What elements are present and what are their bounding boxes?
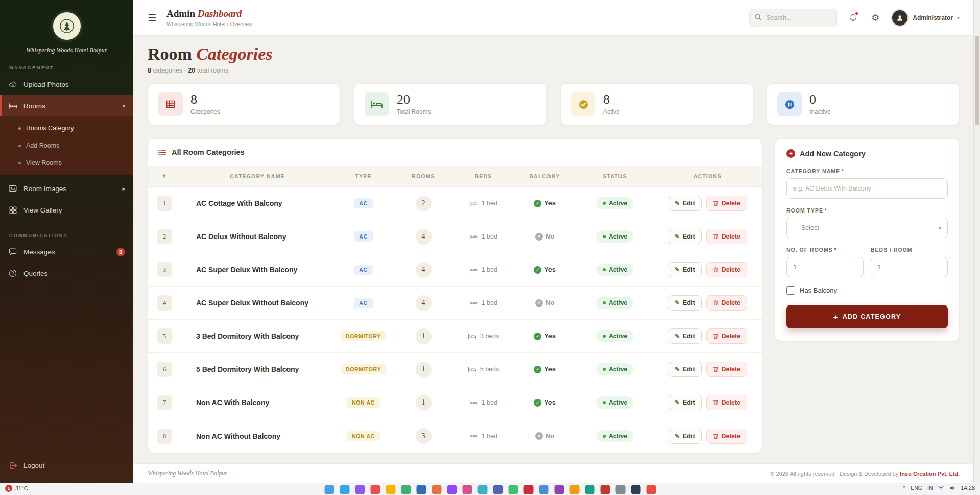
category-name-input[interactable] <box>786 178 948 199</box>
taskbar-app-icon[interactable] <box>569 485 579 494</box>
type-badge: DORMITORY <box>341 331 386 341</box>
edit-button[interactable]: ✎ Edit <box>668 362 702 377</box>
edit-button[interactable]: ✎ Edit <box>668 262 702 277</box>
sidebar-subitem-view-rooms[interactable]: View Rooms <box>0 154 133 172</box>
search-input[interactable] <box>749 9 837 27</box>
status-badge: Active <box>596 230 633 243</box>
taskbar-app-icon[interactable] <box>447 485 457 494</box>
taskbar-app-icon[interactable] <box>615 485 625 494</box>
edit-label: Edit <box>683 200 695 207</box>
topbar: ☰ Admin Dashboard Whispering Woods Hotel… <box>133 0 980 36</box>
edit-button[interactable]: ✎ Edit <box>668 395 702 410</box>
taskbar-app-icon[interactable] <box>631 485 640 494</box>
wifi-icon[interactable] <box>938 485 944 490</box>
taskbar-app-icon[interactable] <box>477 485 487 494</box>
chevron-right-icon: ▸ <box>122 185 125 192</box>
sidebar-subitem-add-rooms[interactable]: Add Rooms <box>0 137 133 154</box>
pencil-icon: ✎ <box>675 266 680 273</box>
edit-label: Edit <box>683 333 695 340</box>
hotel-name: Whispering Woods Hotel Bolpur <box>26 47 107 53</box>
language-indicator[interactable]: ENG <box>911 485 922 491</box>
topbar-right: ⚙ Administrator ▾ <box>749 9 960 27</box>
logout-button[interactable]: Logout <box>0 454 133 477</box>
scrollbar-thumb[interactable] <box>975 36 979 125</box>
taskbar-app-icon[interactable] <box>462 485 472 494</box>
delete-button[interactable]: Delete <box>706 395 748 410</box>
row-number: 8 <box>157 429 172 444</box>
taskbar-app-icon[interactable] <box>539 485 548 494</box>
sidebar-item-room-images[interactable]: Room Images ▸ <box>0 178 133 199</box>
keyboard-indicator[interactable]: IN <box>927 485 933 491</box>
hamburger-icon[interactable]: ☰ <box>148 13 156 22</box>
tray-expand-icon[interactable]: ^ <box>903 485 905 491</box>
room-type-select[interactable]: — Select — ▾ <box>786 218 948 238</box>
sidebar-subitem-rooms-category[interactable]: Rooms Category <box>0 120 133 137</box>
bed-icon <box>469 300 478 307</box>
taskbar-app-icon[interactable] <box>585 485 594 494</box>
taskbar-app-icon[interactable] <box>493 485 503 494</box>
sidebar-item-rooms[interactable]: Rooms ▾ <box>0 95 133 116</box>
taskbar-weather-widget[interactable]: 1 31°C <box>5 485 28 492</box>
has-balcony-checkbox[interactable] <box>786 286 795 295</box>
total-rooms-count: 20 <box>188 67 195 74</box>
taskbar-app-icon[interactable] <box>508 485 518 494</box>
page-title-main: Room <box>148 44 192 63</box>
pencil-icon: ✎ <box>675 366 680 373</box>
delete-label: Delete <box>722 299 741 307</box>
no-of-rooms-input[interactable] <box>786 257 864 277</box>
taskbar-app-icon[interactable] <box>340 485 349 494</box>
beds-count: 3 beds <box>480 333 499 340</box>
taskbar-app-icon[interactable] <box>370 485 380 494</box>
page-subtitle: 8 categories · 20 total rooms <box>148 67 960 74</box>
delete-button[interactable]: Delete <box>706 429 748 444</box>
volume-icon[interactable] <box>949 485 955 491</box>
category-name: 5 Bed Dormitory With Balcony <box>181 365 334 373</box>
edit-button[interactable]: ✎ Edit <box>668 196 702 211</box>
status-badge: Active <box>596 197 633 209</box>
delete-button[interactable]: Delete <box>706 328 748 344</box>
taskbar-app-icon[interactable] <box>355 485 365 494</box>
account-menu[interactable]: Administrator ▾ <box>891 9 960 27</box>
taskbar-app-icon[interactable] <box>401 485 411 494</box>
rooms-count: 4 <box>416 229 432 245</box>
footer-credits: © 2026 All rights reserved · Design & De… <box>770 470 960 477</box>
edit-button[interactable]: ✎ Edit <box>668 295 702 311</box>
taskbar-app-icon[interactable] <box>416 485 426 494</box>
trash-icon <box>713 200 719 206</box>
taskbar-app-icon[interactable] <box>600 485 610 494</box>
sidebar-item-queries[interactable]: Queries <box>0 263 133 284</box>
edit-button[interactable]: ✎ Edit <box>668 328 702 344</box>
taskbar-app-icon[interactable] <box>554 485 564 494</box>
sidebar-item-view-gallery[interactable]: View Gallery <box>0 199 133 221</box>
taskbar-app-icon[interactable] <box>386 485 395 494</box>
settings-button[interactable]: ⚙ <box>869 11 882 25</box>
sidebar-item-label: Rooms <box>23 102 45 110</box>
balcony-icon: ✓ <box>534 266 541 274</box>
delete-button[interactable]: Delete <box>706 196 748 211</box>
taskbar-app-icon[interactable] <box>324 485 334 494</box>
taskbar-app-icon[interactable] <box>646 485 656 494</box>
edit-button[interactable]: ✎ Edit <box>668 429 702 444</box>
notifications-button[interactable] <box>846 11 859 25</box>
delete-button[interactable]: Delete <box>706 295 748 311</box>
avatar <box>891 9 909 27</box>
balcony-cell: ✓ Yes <box>513 333 577 340</box>
footer-brand-link[interactable]: Insu Creation Pvt. Ltd. <box>900 470 960 477</box>
status-label: Active <box>609 333 627 340</box>
type-badge: NON AC <box>347 431 380 441</box>
windows-taskbar: 1 31°C ^ ENG IN 14:28 <box>0 483 980 495</box>
sidebar-item-upload-photos[interactable]: Upload Photos <box>0 74 133 95</box>
add-category-button[interactable]: + ADD CATEGORY <box>786 305 948 328</box>
stat-card-total-rooms: 20 Total Rooms <box>354 83 547 125</box>
edit-button[interactable]: ✎ Edit <box>668 229 702 244</box>
clock[interactable]: 14:28 <box>961 485 975 491</box>
sidebar-item-messages[interactable]: Messages 3 <box>0 241 133 263</box>
beds-per-room-input[interactable] <box>871 257 948 277</box>
taskbar-app-icon[interactable] <box>523 485 533 494</box>
subtitle-separator: · <box>184 67 186 74</box>
delete-button[interactable]: Delete <box>706 262 748 277</box>
taskbar-app-icon[interactable] <box>432 485 441 494</box>
delete-button[interactable]: Delete <box>706 362 748 377</box>
delete-button[interactable]: Delete <box>706 229 748 244</box>
balcony-label: No <box>546 433 555 440</box>
